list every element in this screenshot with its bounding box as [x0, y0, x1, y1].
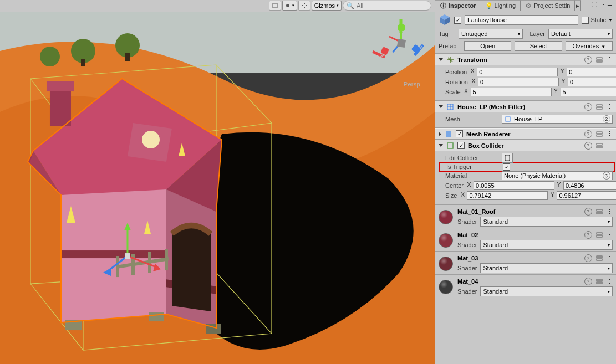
svg-rect-52: [597, 143, 602, 145]
center-x[interactable]: [474, 181, 554, 190]
component-menu-icon[interactable]: ⋮: [607, 255, 613, 262]
center-label: Center: [439, 182, 464, 189]
shader-dropdown[interactable]: Standard: [480, 263, 613, 273]
transform-header[interactable]: Transform ? ⋮: [435, 54, 616, 65]
foldout-icon: [439, 58, 443, 61]
position-y[interactable]: [567, 68, 616, 76]
component-menu-icon[interactable]: ⋮: [607, 130, 613, 137]
shader-dropdown[interactable]: Standard: [480, 217, 613, 227]
object-picker-icon[interactable]: ⊙: [603, 115, 610, 123]
rotation-x[interactable]: [478, 78, 559, 86]
is-trigger-checkbox[interactable]: ✓: [503, 163, 510, 171]
component-menu-icon[interactable]: ⋮: [607, 56, 613, 63]
physic-material-field[interactable]: None (Physic Material) ⊙: [502, 171, 613, 180]
svg-rect-54: [505, 156, 510, 160]
mesh-filter-icon: [446, 103, 454, 111]
tag-dropdown[interactable]: Untagged: [459, 29, 523, 39]
svg-point-57: [505, 160, 506, 161]
mesh-label: Mesh: [439, 116, 500, 122]
svg-rect-53: [597, 146, 602, 148]
static-dropdown-arrow[interactable]: ▼: [608, 18, 613, 23]
help-icon[interactable]: ?: [584, 130, 592, 138]
scene-search-input[interactable]: [357, 2, 427, 9]
material-preview-icon: [439, 280, 453, 294]
component-menu-icon[interactable]: ⋮: [607, 278, 613, 285]
scene-toolbar: Gizmos 🔍: [0, 0, 435, 12]
svg-rect-63: [597, 256, 602, 258]
preset-icon[interactable]: [595, 208, 603, 216]
edit-collider-button[interactable]: [502, 153, 513, 163]
size-x[interactable]: [467, 191, 548, 200]
component-menu-icon[interactable]: ⋮: [607, 232, 613, 239]
toolbar-button-c[interactable]: [298, 1, 310, 11]
scene-view[interactable]: Gizmos 🔍: [0, 0, 435, 364]
prefab-select-button[interactable]: Select: [515, 41, 562, 51]
material-preview-icon: [439, 257, 453, 271]
svg-rect-14: [47, 81, 74, 91]
layer-dropdown[interactable]: Default: [548, 29, 613, 39]
lighting-icon: 💡: [486, 2, 492, 9]
tab-project-settings[interactable]: ⚙ Project Settin: [521, 0, 575, 11]
scale-x[interactable]: [471, 88, 552, 96]
preset-icon[interactable]: [595, 130, 603, 138]
component-menu-icon[interactable]: ⋮: [607, 208, 613, 216]
help-icon[interactable]: ?: [584, 254, 592, 262]
component-menu-icon[interactable]: ⋮: [607, 103, 613, 110]
object-picker-icon[interactable]: ⊙: [603, 172, 610, 180]
panel-tabs: ⓘ Inspector 💡 Lighting ⚙ Project Settin …: [435, 0, 616, 11]
box-collider-header[interactable]: ✓ Box Collider ? ⋮: [435, 140, 616, 151]
mesh-asset-icon: [504, 115, 512, 123]
tab-inspector[interactable]: ⓘ Inspector: [435, 0, 481, 11]
tab-overflow[interactable]: ▸: [575, 0, 581, 11]
scene-search[interactable]: 🔍: [343, 1, 431, 11]
prefab-open-button[interactable]: Open: [464, 41, 511, 51]
component-menu-icon[interactable]: ⋮: [607, 142, 613, 149]
help-icon[interactable]: ?: [584, 56, 592, 64]
shader-dropdown[interactable]: Standard: [480, 286, 613, 296]
preset-icon[interactable]: [595, 231, 603, 239]
scale-y[interactable]: [561, 88, 616, 96]
size-y[interactable]: [557, 191, 616, 200]
toolbar-button-b[interactable]: [282, 1, 297, 11]
preset-icon[interactable]: [595, 278, 603, 285]
center-y[interactable]: [563, 181, 616, 190]
preset-icon[interactable]: [595, 254, 603, 262]
gameobject-icon: [439, 13, 451, 27]
static-checkbox[interactable]: [582, 17, 589, 24]
help-icon[interactable]: ?: [584, 231, 592, 239]
svg-rect-64: [597, 259, 602, 260]
help-icon[interactable]: ?: [584, 142, 592, 150]
help-icon[interactable]: ?: [584, 103, 592, 111]
material-row: Mat_04?⋮ShaderStandard: [435, 274, 616, 298]
inspector-panel: ⓘ Inspector 💡 Lighting ⚙ Project Settin …: [435, 0, 616, 364]
tab-lighting[interactable]: 💡 Lighting: [481, 0, 521, 11]
preset-icon[interactable]: [595, 142, 603, 150]
shader-label: Shader: [457, 242, 477, 248]
mesh-renderer-enabled-checkbox[interactable]: ✓: [456, 130, 463, 137]
orientation-gizmo[interactable]: y x z: [381, 23, 421, 63]
panel-menu-icon[interactable]: ⋮☰: [600, 2, 613, 9]
preset-icon[interactable]: [595, 56, 603, 64]
viewport[interactable]: Persp y x z: [0, 12, 435, 364]
box-collider-enabled-checkbox[interactable]: ✓: [457, 142, 465, 149]
gizmos-dropdown[interactable]: Gizmos: [312, 1, 342, 11]
help-icon[interactable]: ?: [584, 208, 592, 216]
svg-point-58: [509, 160, 510, 161]
gear-icon: ⚙: [525, 2, 532, 9]
mesh-filter-header[interactable]: House_LP (Mesh Filter) ? ⋮: [435, 101, 616, 112]
gameobject-name-input[interactable]: [465, 15, 578, 25]
active-checkbox[interactable]: ✓: [454, 17, 461, 24]
prefab-overrides-button[interactable]: Overrides▼: [566, 41, 613, 51]
material-row: Mat_01_Roof?⋮ShaderStandard: [435, 204, 616, 228]
mesh-object-field[interactable]: House_LP ⊙: [502, 115, 613, 124]
rotation-y[interactable]: [568, 78, 616, 86]
shader-dropdown[interactable]: Standard: [480, 240, 613, 250]
material-preview-icon: [439, 210, 453, 224]
help-icon[interactable]: ?: [584, 278, 592, 285]
lock-icon[interactable]: [592, 2, 597, 7]
position-x[interactable]: [477, 68, 558, 76]
mesh-renderer-header[interactable]: ✓ Mesh Renderer ? ⋮: [435, 128, 616, 139]
toolbar-button-a[interactable]: [269, 1, 281, 11]
shader-label: Shader: [457, 288, 477, 295]
preset-icon[interactable]: [595, 103, 603, 111]
